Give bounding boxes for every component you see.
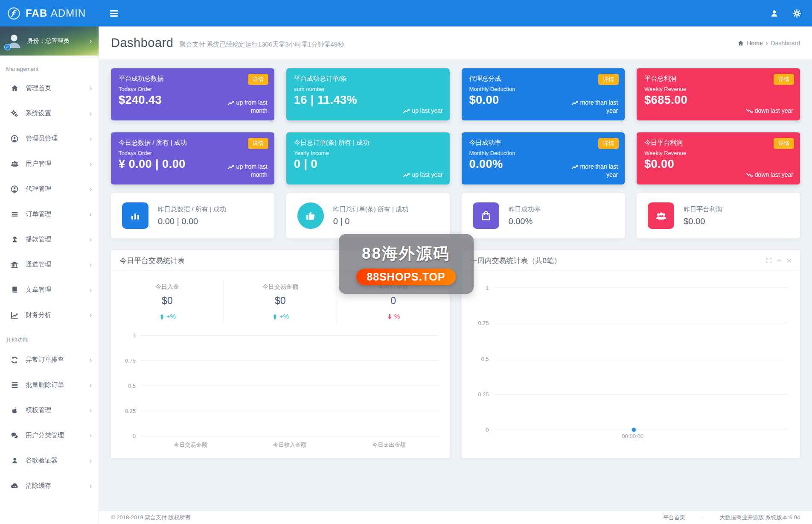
detail-badge[interactable]: 详情 bbox=[774, 138, 794, 149]
stat-card-trend: up last year bbox=[395, 171, 443, 179]
brand-logo-icon bbox=[7, 6, 21, 20]
weekly-chart: 1 0.75 0.5 0.25 0 00:00:00 bbox=[494, 287, 788, 430]
admin-circle-icon bbox=[8, 135, 21, 143]
sidebar-item-channel-manage[interactable]: 通道管理 bbox=[0, 252, 99, 277]
stat-card-today-success-rate[interactable]: 今日成功率 详情 Monthly Deduction 0.00% more th… bbox=[462, 132, 625, 184]
sidebar-item-abnormal-orders[interactable]: 异常订单排查 bbox=[0, 347, 99, 372]
user-menu-icon[interactable] bbox=[770, 9, 778, 18]
stat-card-subtitle: sum number bbox=[294, 86, 442, 92]
stat-card-title: 今日成功率 bbox=[469, 139, 617, 147]
stat-card-value: $685.00 bbox=[644, 94, 792, 107]
stat-card-title: 今日总订单(条) 所有 | 成功 bbox=[294, 139, 442, 147]
expand-icon[interactable] bbox=[766, 258, 771, 263]
chevron-right-icon bbox=[90, 85, 92, 92]
chart-line-icon bbox=[8, 311, 21, 319]
stat-card-today-profit[interactable]: 今日平台利润 详情 Weekly Revenue $0.00 down last… bbox=[637, 132, 800, 184]
sidebar-item-article-manage[interactable]: 文章管理 bbox=[0, 277, 99, 302]
shopping-bag-icon bbox=[473, 202, 499, 229]
info-card-yesterday-profit[interactable]: 昨日平台利润$0.00 bbox=[637, 193, 800, 238]
sidebar-item-system-settings[interactable]: 系统设置 bbox=[0, 101, 99, 126]
stat-card-today-orders[interactable]: 今日总订单(条) 所有 | 成功 Yearly Income 0 | 0 up … bbox=[286, 132, 450, 184]
sidebar-item-withdraw-manage[interactable]: 提款管理 bbox=[0, 227, 99, 252]
info-card-label: 昨日总订单(条) 所有 | 成功 bbox=[333, 205, 408, 214]
sidebar-item-admin-manage[interactable]: 管理员管理 bbox=[0, 126, 99, 151]
bank-icon bbox=[8, 261, 21, 269]
stat-card-title: 平台总利润 bbox=[644, 75, 792, 83]
sidebar-menu: Management 管理首页 系统设置 管理员管理 用户管理 代理管理 订单管… bbox=[0, 56, 99, 498]
info-card-label: 昨日总数据 / 所有 | 成功 bbox=[158, 205, 226, 214]
trend-up-icon bbox=[227, 100, 235, 105]
breadcrumb-home-link[interactable]: Home bbox=[747, 40, 763, 47]
sidebar: ✓ 身份：总管理员 Management 管理首页 系统设置 管理员管理 用户管… bbox=[0, 26, 99, 524]
menu-section-label: Management bbox=[0, 57, 99, 76]
bar-chart-icon bbox=[122, 202, 148, 229]
withdraw-icon bbox=[8, 236, 21, 243]
sidebar-toggle-button[interactable] bbox=[110, 10, 118, 17]
data-point-dot[interactable] bbox=[632, 428, 636, 432]
sidebar-item-clear-cache[interactable]: 清除缓存 bbox=[0, 473, 99, 498]
sidebar-identity[interactable]: ✓ 身份：总管理员 bbox=[0, 26, 99, 56]
info-card-value: 0.00% bbox=[509, 217, 541, 226]
footer-home-link[interactable]: 平台首页 bbox=[663, 514, 685, 521]
chevron-right-icon bbox=[90, 407, 92, 414]
info-card-value: 0 | 0 bbox=[333, 217, 408, 226]
arrow-down-icon bbox=[387, 313, 393, 320]
stat-card-today-total[interactable]: 今日总数据 / 所有 | 成功 详情 Todays Order ¥ 0.00 |… bbox=[111, 132, 274, 184]
menu-section-label: 其他功能 bbox=[0, 328, 99, 347]
stat-card-subtitle: Todays Order bbox=[119, 150, 267, 156]
trend-up-icon bbox=[403, 108, 410, 114]
apple-icon bbox=[8, 407, 21, 414]
book-icon bbox=[8, 286, 21, 293]
group-icon bbox=[648, 202, 674, 229]
stat-card-trend: up from last month bbox=[220, 99, 268, 115]
today-chart: 1 0.75 0.5 0.25 0 今日交易金额 今日收入金额 今日支出金额 bbox=[141, 335, 439, 436]
page-header: Dashboard 聚合支付 系统已经稳定运行1306天零3小时零1分钟零49秒… bbox=[99, 26, 812, 60]
collapse-icon[interactable] bbox=[777, 258, 782, 263]
brand[interactable]: FAB ADMIN bbox=[0, 0, 99, 26]
info-card-yesterday-orders[interactable]: 昨日总订单(条) 所有 | 成功0 | 0 bbox=[286, 193, 450, 238]
user-icon bbox=[8, 457, 21, 464]
stat-card-value: $0.00 bbox=[644, 158, 792, 171]
detail-badge[interactable]: 详情 bbox=[598, 138, 619, 149]
sidebar-item-order-manage[interactable]: 订单管理 bbox=[0, 202, 99, 227]
sidebar-item-user-category-manage[interactable]: 用户分类管理 bbox=[0, 423, 99, 448]
info-card-value: 0.00 | 0.00 bbox=[158, 217, 226, 226]
sidebar-item-finance-analysis[interactable]: 财务分析 bbox=[0, 302, 99, 328]
stat-today-amount: 今日交易金额 $0 +% bbox=[224, 277, 337, 324]
breadcrumb-home-icon bbox=[738, 40, 744, 46]
info-card-yesterday-total[interactable]: 昨日总数据 / 所有 | 成功0.00 | 0.00 bbox=[111, 193, 274, 238]
watermark-overlay: 88海外源码 88SHOPS.TOP bbox=[339, 234, 474, 294]
sidebar-item-user-manage[interactable]: 用户管理 bbox=[0, 151, 99, 176]
info-card-yesterday-success-rate[interactable]: 昨日成功率0.00% bbox=[462, 193, 625, 238]
chevron-right-icon bbox=[90, 286, 92, 294]
top-navbar: FAB ADMIN bbox=[0, 0, 812, 26]
trend-up-icon bbox=[571, 164, 579, 170]
stat-card-platform-total[interactable]: 平台成功总数据 详情 Todays Order $240.43 up from … bbox=[111, 68, 274, 120]
sidebar-item-batch-delete-orders[interactable]: 批量删除订单 bbox=[0, 372, 99, 398]
detail-badge[interactable]: 详情 bbox=[248, 138, 268, 149]
stat-card-agent-commission[interactable]: 代理总分成 详情 Monthly Deduction $0.00 more th… bbox=[462, 68, 625, 120]
settings-gear-icon[interactable] bbox=[793, 9, 801, 18]
stat-cards-row-2: 今日总数据 / 所有 | 成功 详情 Todays Order ¥ 0.00 |… bbox=[111, 132, 800, 184]
list-icon bbox=[8, 211, 21, 218]
stat-card-platform-orders[interactable]: 平台成功总订单/条 sum number 16 | 11.43% up last… bbox=[286, 68, 450, 120]
detail-badge[interactable]: 详情 bbox=[248, 74, 268, 85]
watermark-domain-badge: 88SHOPS.TOP bbox=[356, 269, 455, 285]
chevron-right-icon bbox=[90, 160, 92, 168]
chevron-right-icon bbox=[90, 482, 92, 490]
info-card-label: 昨日平台利润 bbox=[684, 205, 722, 214]
detail-badge[interactable]: 详情 bbox=[598, 74, 619, 85]
sidebar-item-agent-manage[interactable]: 代理管理 bbox=[0, 176, 99, 202]
sidebar-item-admin-home[interactable]: 管理首页 bbox=[0, 76, 99, 101]
page-title: Dashboard bbox=[111, 36, 173, 50]
panel-header: 一周内交易统计表（共0笔） bbox=[462, 250, 800, 271]
stat-card-platform-profit[interactable]: 平台总利润 详情 Weekly Revenue $685.00 down las… bbox=[637, 68, 800, 120]
sidebar-item-google-authenticator[interactable]: 谷歌验证器 bbox=[0, 448, 99, 473]
stat-card-subtitle: Weekly Revenue bbox=[644, 150, 792, 156]
close-icon[interactable] bbox=[787, 258, 792, 263]
detail-badge[interactable]: 详情 bbox=[774, 74, 794, 85]
version-text: 大数据商业开源版 系统版本:6.04 bbox=[719, 514, 800, 521]
stat-card-title: 平台成功总订单/条 bbox=[294, 75, 442, 83]
sidebar-item-template-manage[interactable]: 模板管理 bbox=[0, 398, 99, 423]
stat-card-title: 今日总数据 / 所有 | 成功 bbox=[119, 139, 267, 147]
